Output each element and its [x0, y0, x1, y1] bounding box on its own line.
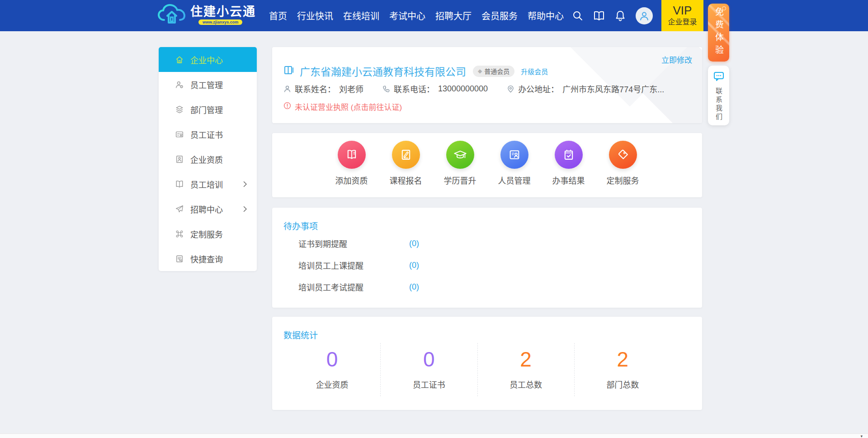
badge-icon	[175, 155, 184, 163]
todo-label: 培训员工考试提醒	[298, 281, 409, 293]
nav-icons	[572, 0, 653, 31]
search-icon[interactable]	[572, 10, 583, 21]
stat-label: 员工总数	[478, 378, 574, 390]
user-gear-icon	[175, 81, 184, 89]
stat-value: 2	[478, 348, 574, 371]
edit-now-link[interactable]: 立即修改	[661, 54, 692, 65]
nav-links: 首页 行业快讯 在线培训 考试中心 招聘大厅 会员服务 帮助中心	[269, 0, 564, 31]
todo-label: 证书到期提醒	[298, 238, 409, 249]
license-warning-link[interactable]: 未认证营业执照 (点击前往认证)	[283, 101, 402, 112]
stats-title: 数据统计	[283, 328, 318, 341]
office-address-field: 办公地址： 广州市东风东路774号广东...	[507, 83, 664, 95]
logo[interactable]: 住建小云通 www.zjianxys.com	[158, 4, 256, 26]
study-book-icon[interactable]	[593, 11, 605, 21]
quick-action-add-qualification[interactable]: 添加资质	[337, 141, 366, 186]
contact-name-value: 刘老师	[339, 83, 363, 95]
graduation-cap-icon	[446, 141, 474, 169]
bell-icon[interactable]	[615, 10, 625, 21]
sidebar-item-label: 员工证书	[190, 129, 223, 140]
contact-name-label: 联系姓名：	[295, 83, 335, 95]
sidebar-item-employee-certs[interactable]: 员工证书	[159, 122, 257, 147]
document-search-icon	[175, 255, 184, 263]
todo-row-cert-expiry[interactable]: 证书到期提醒 (0)	[298, 238, 419, 249]
nav-item-training[interactable]: 在线培训	[343, 9, 379, 22]
contact-phone-field: 联系电话： 13000000000	[382, 83, 488, 95]
stat-employee-total: 2 员工总数	[477, 343, 574, 396]
tag-icon	[609, 141, 637, 169]
layers-icon	[175, 105, 184, 114]
contact-phone-value: 13000000000	[438, 84, 488, 94]
clipboard-check-icon	[555, 141, 583, 169]
quick-action-label: 添加资质	[335, 174, 368, 186]
nav-item-home[interactable]: 首页	[269, 9, 287, 22]
nav-item-help[interactable]: 帮助中心	[528, 9, 564, 22]
todo-row-class-reminder[interactable]: 培训员工上课提醒 (0)	[298, 259, 419, 271]
quick-action-personnel-mgmt[interactable]: 人员管理	[500, 141, 529, 186]
stat-label: 员工证书	[381, 378, 477, 390]
sidebar-item-enterprise-center[interactable]: 企业中心	[159, 47, 257, 72]
phone-icon	[382, 85, 390, 93]
sidebar-item-label: 定制服务	[190, 228, 223, 240]
page: 住建小云通 www.zjianxys.com 首页 行业快讯 在线培训 考试中心…	[0, 0, 868, 438]
sidebar-item-department-mgmt[interactable]: 部门管理	[159, 97, 257, 122]
user-avatar[interactable]	[636, 7, 653, 24]
quick-action-label: 定制服务	[607, 174, 639, 186]
personnel-card-icon	[500, 141, 528, 169]
sidebar-item-employee-mgmt[interactable]: 员工管理	[159, 72, 257, 97]
command-icon	[175, 230, 184, 238]
contact-us-widget[interactable]: 联系我们	[708, 66, 729, 125]
warning-text: 未认证营业执照 (点击前往认证)	[295, 101, 402, 112]
sidebar-item-label: 企业中心	[190, 54, 223, 66]
stat-value: 0	[381, 348, 477, 371]
quick-action-label: 学历晋升	[444, 174, 476, 186]
sidebar-item-label: 员工培训	[190, 178, 223, 190]
stat-label: 部门总数	[575, 378, 671, 390]
stat-employee-certs: 0 员工证书	[380, 343, 477, 396]
company-info-card: 立即修改 广东省瀚建小云通教育科技有限公司 ◆ 普通会员 升级会员 联系姓名： …	[272, 47, 702, 123]
nav-item-jobs[interactable]: 招聘大厅	[435, 9, 472, 22]
sidebar-item-employee-training[interactable]: 员工培训	[159, 171, 257, 196]
member-level-badge: ◆ 普通会员	[473, 66, 514, 77]
stat-label: 企业资质	[284, 378, 380, 390]
sidebar-item-label: 部门管理	[190, 104, 223, 115]
sidebar-item-quick-query[interactable]: 快捷查询	[159, 246, 257, 271]
sidebar-item-enterprise-quals[interactable]: 企业资质	[159, 147, 257, 171]
vip-sublabel: 企业登录	[661, 17, 703, 27]
todo-label: 培训员工上课提醒	[298, 259, 409, 271]
quick-action-label: 办事结果	[552, 174, 585, 186]
top-navbar: 住建小云通 www.zjianxys.com 首页 行业快讯 在线培训 考试中心…	[0, 0, 868, 31]
quick-action-education-upgrade[interactable]: 学历晋升	[446, 141, 475, 186]
sidebar-item-recruit-center[interactable]: 招聘中心	[159, 196, 257, 221]
scroll-down-arrow-icon[interactable]: ▾	[860, 434, 863, 438]
quick-action-custom-service[interactable]: 定制服务	[609, 141, 637, 186]
warning-icon	[283, 102, 291, 112]
stat-value: 0	[284, 348, 380, 371]
contact-phone-label: 联系电话：	[394, 83, 434, 95]
quick-action-course-signup[interactable]: 课程报名	[392, 141, 420, 186]
todo-count: (0)	[409, 261, 419, 270]
nav-item-exam[interactable]: 考试中心	[389, 9, 425, 22]
person-icon	[283, 85, 291, 93]
nav-item-member[interactable]: 会员服务	[481, 9, 518, 22]
quick-action-task-results[interactable]: 办事结果	[554, 141, 583, 186]
sidebar-item-label: 快捷查询	[190, 253, 223, 265]
horizontal-scrollbar[interactable]: ▾	[0, 433, 868, 438]
nav-item-news[interactable]: 行业快讯	[297, 9, 333, 22]
contact-name-field: 联系姓名： 刘老师	[283, 83, 363, 95]
stat-department-total: 2 部门总数	[574, 343, 671, 396]
vip-label: VIP	[661, 4, 703, 17]
logo-title: 住建小云通	[190, 5, 256, 19]
sidebar-item-label: 企业资质	[190, 153, 223, 165]
add-qualification-icon	[338, 141, 366, 169]
sidebar: 企业中心 员工管理 部门管理 员工证书 企业资质	[159, 47, 257, 271]
upgrade-member-link[interactable]: 升级会员	[521, 67, 548, 76]
quick-action-label: 课程报名	[390, 174, 422, 186]
sidebar-item-custom-service[interactable]: 定制服务	[159, 221, 257, 246]
stat-value: 2	[575, 348, 671, 371]
todo-row-exam-reminder[interactable]: 培训员工考试提醒 (0)	[298, 281, 419, 293]
vip-login-button[interactable]: VIP 企业登录	[661, 0, 703, 31]
free-trial-banner[interactable]: 免费体验	[708, 4, 729, 62]
book-icon	[175, 180, 184, 188]
chat-bubble-icon	[713, 71, 724, 83]
certificate-icon	[175, 130, 184, 138]
